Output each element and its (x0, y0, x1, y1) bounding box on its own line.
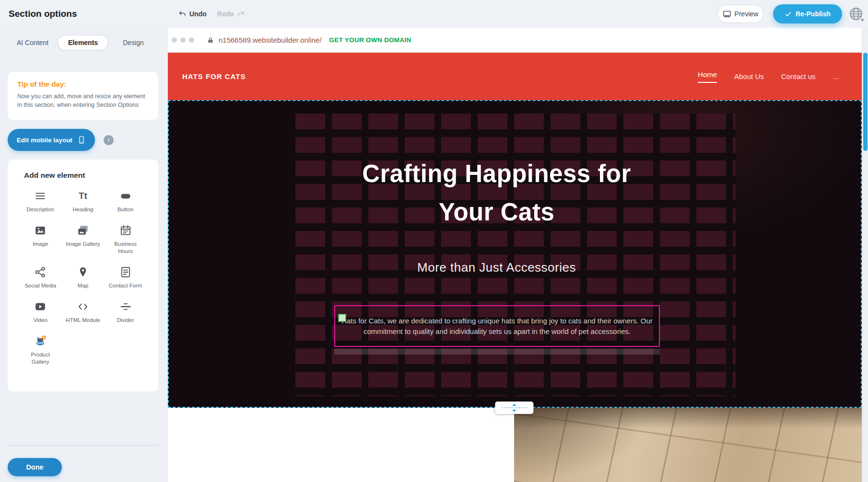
add-new-element-card: Add new element Description Tt Heading B… (8, 160, 158, 391)
add-element-image[interactable]: Image (20, 224, 61, 255)
site-preview-area: n1566589.websitebuilder.online/ GET YOUR… (168, 28, 862, 482)
scrollbar-thumb[interactable] (863, 53, 868, 151)
map-pin-icon (77, 265, 89, 279)
add-element-video[interactable]: Video (20, 300, 61, 324)
resize-arrows-icon (501, 403, 528, 412)
element-drag-handle[interactable] (338, 314, 346, 322)
done-button[interactable]: Done (8, 458, 62, 476)
element-label: Video (34, 317, 47, 324)
tip-title: Tip of the day: (17, 80, 149, 88)
element-label: Heading (73, 206, 94, 213)
nav-more[interactable]: ... (833, 72, 839, 80)
social-media-icon (34, 265, 47, 279)
element-grid: Description Tt Heading Button Image Imag… (20, 189, 146, 366)
site-logo: HATS FOR CATS (182, 72, 246, 80)
add-element-business-hours[interactable]: Business Hours (105, 224, 146, 255)
next-section (168, 408, 862, 482)
monitor-icon (723, 10, 731, 18)
element-label: Description (27, 206, 55, 213)
section-resize-handle[interactable] (495, 402, 533, 414)
scrollbar-track[interactable] (862, 28, 868, 482)
html-module-icon (77, 300, 89, 313)
app-root: Section options Undo Redo Preview Re-Pub… (0, 0, 868, 482)
browser-chrome: n1566589.websitebuilder.online/ GET YOUR… (168, 28, 862, 53)
sidebar: AI Content Elements Design Tip of the da… (0, 28, 168, 482)
hero-paragraph-text: Hats for Cats, we are dedicated to craft… (335, 316, 659, 337)
business-hours-icon (119, 224, 132, 237)
hero-paragraph-selected[interactable]: Hats for Cats, we are dedicated to craft… (334, 305, 660, 347)
button-icon (119, 189, 132, 203)
check-icon (785, 11, 792, 18)
add-element-heading[interactable]: Tt Heading (63, 189, 104, 213)
tab-elements[interactable]: Elements (58, 35, 108, 50)
contact-form-icon (119, 265, 132, 279)
product-gallery-icon: SHOP (33, 334, 47, 348)
element-label: Business Hours (107, 241, 144, 255)
element-label: Map (78, 282, 88, 289)
get-domain-link[interactable]: GET YOUR OWN DOMAIN (329, 36, 411, 44)
next-section-photo[interactable] (514, 408, 862, 482)
tab-ai-content[interactable]: AI Content (8, 35, 58, 50)
image-icon (34, 224, 47, 237)
shop-badge-label: SHOP (37, 341, 44, 344)
window-dots (172, 37, 194, 43)
nav-contact-us[interactable]: Contact us (781, 72, 816, 80)
add-element-divider[interactable]: Divider (105, 300, 146, 324)
add-element-button[interactable]: Button (105, 189, 146, 213)
sidebar-tabs: AI Content Elements Design (8, 35, 158, 50)
tip-of-the-day-card: Tip of the day: Now you can add, move an… (8, 72, 158, 120)
topbar-actions: Preview Re-Publish (0, 0, 868, 28)
phone-icon (77, 136, 86, 144)
nav-about-us[interactable]: About Us (734, 72, 764, 80)
element-label: Image (33, 241, 48, 248)
add-element-map[interactable]: Map (63, 265, 104, 289)
next-section-blank (168, 408, 514, 482)
add-element-description[interactable]: Description (20, 189, 61, 213)
element-label: Button (117, 206, 133, 213)
hero-heading[interactable]: Crafting Happiness for Your Cats (169, 155, 824, 231)
lock-icon (207, 36, 214, 44)
description-icon (34, 189, 47, 203)
element-label: Contact Form (109, 282, 142, 289)
republish-label: Re-Publish (796, 10, 831, 18)
edit-mobile-label: Edit mobile layout (17, 137, 72, 144)
element-label: Social Media (24, 282, 56, 289)
add-element-title: Add new element (24, 171, 146, 180)
image-gallery-icon (77, 224, 89, 237)
add-element-contact-form[interactable]: Contact Form (105, 265, 146, 289)
hero-section-selected[interactable]: Crafting Happiness for Your Cats More th… (168, 100, 862, 408)
element-label: HTML Module (66, 317, 100, 324)
video-icon (34, 300, 47, 313)
hero-subheading[interactable]: More than Just Accessories (169, 260, 824, 275)
preview-label: Preview (735, 10, 759, 18)
add-element-image-gallery[interactable]: Image Gallery (63, 224, 104, 255)
tab-design[interactable]: Design (108, 35, 158, 50)
preview-button[interactable]: Preview (717, 5, 763, 23)
site-header: HATS FOR CATS Home About Us Contact us .… (168, 53, 862, 100)
topbar: Section options Undo Redo Preview Re-Pub… (0, 0, 868, 28)
sidebar-divider (8, 445, 158, 446)
add-element-product-gallery[interactable]: SHOP Product Gallery (20, 334, 61, 366)
element-label: Product Gallery (22, 351, 59, 366)
element-label: Divider (117, 317, 134, 324)
edit-mobile-row: Edit mobile layout i (8, 129, 160, 151)
nav-home[interactable]: Home (698, 70, 717, 83)
paragraph-ghost-strip (334, 349, 660, 355)
add-element-html-module[interactable]: HTML Module (63, 300, 104, 324)
republish-button[interactable]: Re-Publish (773, 4, 842, 23)
site-url: n1566589.websitebuilder.online/ (219, 36, 321, 44)
globe-icon (848, 6, 864, 22)
element-label: Image Gallery (66, 241, 100, 248)
heading-icon: Tt (79, 189, 87, 203)
info-icon[interactable]: i (104, 135, 114, 145)
divider-icon (119, 300, 132, 313)
tip-body: Now you can add, move and resize any ele… (17, 92, 149, 109)
language-globe-button[interactable] (848, 6, 864, 22)
add-element-social-media[interactable]: Social Media (20, 265, 61, 289)
edit-mobile-layout-button[interactable]: Edit mobile layout (8, 129, 95, 151)
site-nav: Home About Us Contact us ... (698, 70, 839, 83)
